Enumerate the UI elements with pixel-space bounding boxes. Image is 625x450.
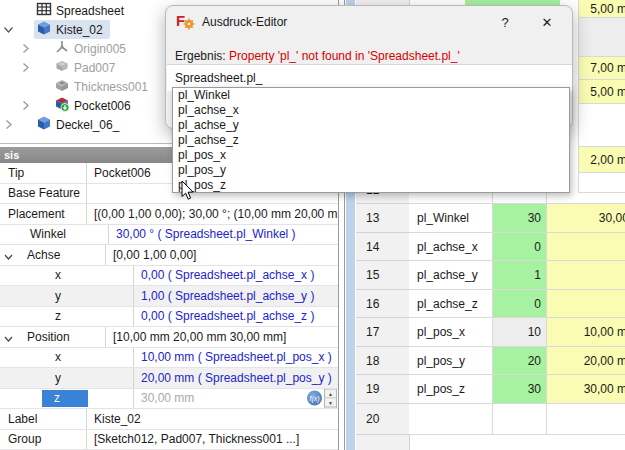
tree-item-core[interactable]: Deckel_06_: [34, 115, 126, 134]
expression-fx-icon[interactable]: f(x): [307, 391, 322, 406]
sheet-cell-value[interactable]: 20: [493, 347, 547, 375]
sheet-cell-display[interactable]: 7,00 mm: [578, 57, 625, 80]
property-value[interactable]: [Sketch012, Pad007, Thickness001 ...]: [87, 430, 338, 450]
sheet-cell-display[interactable]: 2,00 mm: [578, 147, 625, 173]
sheet-cell-display[interactable]: 30,00 °: [547, 204, 625, 233]
property-value[interactable]: 0,00 ( Spreadsheet.pl_achse_z ): [134, 307, 338, 327]
sheet-cell-display[interactable]: 10,00 mm: [547, 318, 625, 347]
tree-item-core[interactable]: Pocket006: [52, 96, 138, 115]
property-value[interactable]: Kiste_02: [87, 409, 338, 429]
property-value[interactable]: [(0,00 1,00 0,00); 30,00 °; (10,00 mm 20…: [87, 204, 338, 224]
body-icon: [36, 20, 52, 39]
selected-sub-property-cell[interactable]: z: [42, 390, 88, 408]
autocomplete-item[interactable]: pl_achse_z: [173, 133, 569, 148]
sheet-cell-value[interactable]: 0: [493, 233, 547, 261]
chevron-right-icon[interactable]: [20, 62, 31, 73]
sheet-cell-name[interactable]: pl_achse_y: [409, 261, 493, 290]
close-icon[interactable]: ✕: [536, 12, 558, 32]
property-label-text: x: [55, 350, 61, 364]
sheet-cell-name[interactable]: [409, 404, 493, 435]
chevron-right-icon[interactable]: [3, 119, 14, 130]
tree-item-label: Pocket006: [74, 99, 131, 113]
property-value[interactable]: [0,00 1,00 0,00]: [106, 245, 338, 265]
row-header-cell[interactable]: 16: [356, 290, 409, 318]
sheet-cell-display[interactable]: [578, 104, 625, 147]
chevron-down-icon[interactable]: [4, 250, 13, 259]
tree-item-core[interactable]: Kiste_02: [34, 20, 110, 39]
chevron-down-icon[interactable]: [4, 332, 13, 341]
sheet-cell-value[interactable]: [493, 404, 547, 435]
property-value-text: 0,00 ( Spreadsheet.pl_achse_z ): [141, 309, 314, 323]
autocomplete-item[interactable]: pl_Winkel: [173, 88, 569, 103]
row-header-cell[interactable]: 19: [356, 375, 409, 404]
tree-item-core[interactable]: Thickness001: [52, 77, 155, 96]
chevron-down-icon[interactable]: [3, 24, 14, 35]
property-row: y1,00 ( Spreadsheet.pl_achse_y ): [0, 286, 338, 307]
property-value-text: [10,00 mm 20,00 mm 30,00 mm]: [113, 330, 286, 344]
property-value[interactable]: 20,00 mm ( Spreadsheet.pl_pos_y ): [134, 368, 338, 388]
property-label: y: [0, 286, 134, 306]
property-label-text: Base Feature: [8, 186, 80, 200]
chevron-right-icon[interactable]: [20, 43, 31, 54]
property-value[interactable]: 0,00 ( Spreadsheet.pl_achse_x ): [134, 266, 338, 286]
tree-item-core[interactable]: Spreadsheet: [34, 1, 131, 20]
tree-item-core[interactable]: Pad007: [52, 58, 122, 77]
tree-item-label: Thickness001: [74, 80, 148, 94]
sheet-cell-display[interactable]: [547, 290, 625, 318]
autocomplete-item[interactable]: pl_pos_y: [173, 162, 569, 177]
tree-item-label: Pad007: [74, 61, 115, 75]
property-value[interactable]: 10,00 mm ( Spreadsheet.pl_pos_x ): [134, 348, 338, 368]
sheet-cell-value[interactable]: 10: [493, 318, 547, 347]
sheet-cell-display[interactable]: [578, 18, 625, 57]
sheet-cell-name[interactable]: pl_pos_y: [409, 347, 493, 375]
row-header-cell[interactable]: 14: [356, 233, 409, 261]
sheet-cell-name[interactable]: pl_pos_z: [409, 375, 493, 404]
autocomplete-item[interactable]: pl_pos_x: [173, 147, 569, 162]
property-value-text: [(0,00 1,00 0,00); 30,00 °; (10,00 mm 20…: [94, 207, 338, 221]
tree-item-core[interactable]: Origin005: [52, 39, 133, 58]
sheet-cell-display[interactable]: [547, 404, 625, 435]
sheet-cell-display[interactable]: 5,00 mm: [578, 80, 625, 104]
property-value-text: Kiste_02: [94, 412, 141, 426]
pad-icon: [54, 58, 70, 77]
sheet-cell-display[interactable]: 30,00 mm: [547, 375, 625, 404]
autocomplete-item[interactable]: pl_achse_y: [173, 118, 569, 133]
sheet-cell-name[interactable]: pl_achse_x: [409, 233, 493, 261]
row-header-cell[interactable]: 20: [356, 404, 409, 435]
freecad-window: 5,00 mm7,00 mm5,00 mm2,00 mm 1213pl_Wink…: [0, 0, 625, 450]
property-value-text: 30,00 ° ( Spreadsheet.pl_Winkel ): [116, 227, 296, 241]
sheet-cell-display[interactable]: [547, 261, 625, 290]
property-label: Position: [0, 327, 106, 347]
row-header-cell[interactable]: 15: [356, 261, 409, 290]
property-value[interactable]: 1,00 ( Spreadsheet.pl_achse_y ): [134, 286, 338, 306]
property-row: y20,00 mm ( Spreadsheet.pl_pos_y ): [0, 368, 338, 389]
property-label: Group: [0, 430, 87, 450]
property-value[interactable]: [10,00 mm 20,00 mm 30,00 mm]: [106, 327, 338, 347]
sheet-cell-name[interactable]: pl_Winkel: [409, 204, 493, 233]
autocomplete-item[interactable]: pl_pos_z: [173, 177, 569, 192]
row-header-cell[interactable]: 13: [356, 204, 409, 233]
property-label: Achse: [0, 245, 106, 265]
row-header-cell[interactable]: 17: [356, 318, 409, 347]
help-button[interactable]: ?: [494, 12, 516, 32]
property-value[interactable]: 30,00 mmf(x)▲▼: [134, 389, 338, 409]
chevron-right-icon[interactable]: [20, 100, 31, 111]
sheet-cell-value[interactable]: 0: [493, 290, 547, 318]
property-label: Base Feature: [0, 184, 87, 204]
sheet-cell-display[interactable]: 20,00 mm: [547, 347, 625, 375]
sheet-cell-display[interactable]: 5,00 mm: [578, 0, 625, 18]
property-label: y: [0, 368, 134, 388]
property-value[interactable]: 30,00 ° ( Spreadsheet.pl_Winkel ): [109, 225, 338, 245]
sheet-cell-value[interactable]: 1: [493, 261, 547, 290]
sheet-cell-value[interactable]: 30: [493, 375, 547, 404]
sheet-cell-value[interactable]: 30: [493, 204, 547, 233]
sheet-cell-display[interactable]: [547, 233, 625, 261]
row-header-cell[interactable]: 18: [356, 347, 409, 375]
sheet-cell-name[interactable]: pl_achse_z: [409, 290, 493, 318]
property-row: x10,00 mm ( Spreadsheet.pl_pos_x ): [0, 348, 338, 369]
spinner-down-icon[interactable]: ▼: [324, 399, 337, 408]
autocomplete-item[interactable]: pl_achse_x: [173, 103, 569, 118]
sheet-cell-name[interactable]: pl_pos_x: [409, 318, 493, 347]
property-label: z: [0, 307, 134, 327]
spinner-up-icon[interactable]: ▲: [324, 389, 337, 399]
